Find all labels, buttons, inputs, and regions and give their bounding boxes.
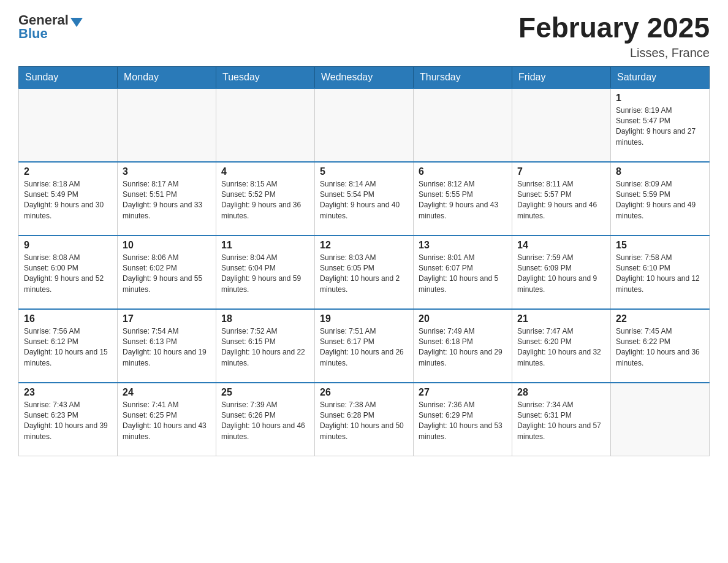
day-number: 9 — [24, 240, 112, 251]
month-title: February 2025 — [518, 12, 710, 44]
day-number: 25 — [221, 387, 309, 398]
day-info: Sunrise: 8:11 AM Sunset: 5:57 PM Dayligh… — [517, 179, 605, 222]
day-number: 27 — [419, 387, 507, 398]
calendar-cell: 1Sunrise: 8:19 AM Sunset: 5:47 PM Daylig… — [611, 88, 710, 162]
calendar-cell: 20Sunrise: 7:49 AM Sunset: 6:18 PM Dayli… — [414, 309, 512, 383]
calendar-cell: 21Sunrise: 7:47 AM Sunset: 6:20 PM Dayli… — [512, 309, 611, 383]
day-number: 2 — [24, 166, 112, 177]
calendar-cell — [19, 88, 118, 162]
day-number: 21 — [517, 313, 605, 324]
day-number: 1 — [616, 93, 704, 104]
calendar-cell: 9Sunrise: 8:08 AM Sunset: 6:00 PM Daylig… — [19, 236, 118, 309]
day-info: Sunrise: 7:59 AM Sunset: 6:09 PM Dayligh… — [517, 253, 605, 296]
day-number: 18 — [221, 313, 309, 324]
day-number: 10 — [123, 240, 211, 251]
calendar-cell — [118, 88, 216, 162]
day-info: Sunrise: 7:45 AM Sunset: 6:22 PM Dayligh… — [616, 326, 704, 369]
calendar-week-4: 16Sunrise: 7:56 AM Sunset: 6:12 PM Dayli… — [19, 309, 710, 383]
day-info: Sunrise: 8:09 AM Sunset: 5:59 PM Dayligh… — [616, 179, 704, 222]
calendar-cell: 4Sunrise: 8:15 AM Sunset: 5:52 PM Daylig… — [216, 162, 315, 236]
day-info: Sunrise: 7:51 AM Sunset: 6:17 PM Dayligh… — [320, 326, 408, 369]
day-info: Sunrise: 8:18 AM Sunset: 5:49 PM Dayligh… — [24, 179, 112, 222]
day-number: 26 — [320, 387, 408, 398]
day-number: 24 — [123, 387, 211, 398]
day-info: Sunrise: 7:39 AM Sunset: 6:26 PM Dayligh… — [221, 400, 309, 443]
day-info: Sunrise: 8:01 AM Sunset: 6:07 PM Dayligh… — [419, 253, 507, 296]
day-number: 11 — [221, 240, 309, 251]
day-number: 16 — [24, 313, 112, 324]
calendar-cell: 3Sunrise: 8:17 AM Sunset: 5:51 PM Daylig… — [118, 162, 216, 236]
day-info: Sunrise: 7:47 AM Sunset: 6:20 PM Dayligh… — [517, 326, 605, 369]
calendar-cell: 2Sunrise: 8:18 AM Sunset: 5:49 PM Daylig… — [19, 162, 118, 236]
calendar-cell: 10Sunrise: 8:06 AM Sunset: 6:02 PM Dayli… — [118, 236, 216, 309]
calendar-cell — [315, 88, 414, 162]
day-info: Sunrise: 7:54 AM Sunset: 6:13 PM Dayligh… — [123, 326, 211, 369]
calendar-cell: 23Sunrise: 7:43 AM Sunset: 6:23 PM Dayli… — [19, 383, 118, 456]
calendar-cell: 17Sunrise: 7:54 AM Sunset: 6:13 PM Dayli… — [118, 309, 216, 383]
day-info: Sunrise: 8:08 AM Sunset: 6:00 PM Dayligh… — [24, 253, 112, 296]
calendar-cell: 11Sunrise: 8:04 AM Sunset: 6:04 PM Dayli… — [216, 236, 315, 309]
calendar-cell: 12Sunrise: 8:03 AM Sunset: 6:05 PM Dayli… — [315, 236, 414, 309]
day-number: 19 — [320, 313, 408, 324]
day-info: Sunrise: 7:43 AM Sunset: 6:23 PM Dayligh… — [24, 400, 112, 443]
calendar-cell: 14Sunrise: 7:59 AM Sunset: 6:09 PM Dayli… — [512, 236, 611, 309]
day-info: Sunrise: 7:38 AM Sunset: 6:28 PM Dayligh… — [320, 400, 408, 443]
weekday-header-saturday: Saturday — [611, 66, 710, 88]
day-info: Sunrise: 7:56 AM Sunset: 6:12 PM Dayligh… — [24, 326, 112, 369]
weekday-header-friday: Friday — [512, 66, 611, 88]
title-section: February 2025 Lisses, France — [518, 12, 710, 60]
day-number: 17 — [123, 313, 211, 324]
weekday-header-thursday: Thursday — [414, 66, 512, 88]
calendar-cell: 26Sunrise: 7:38 AM Sunset: 6:28 PM Dayli… — [315, 383, 414, 456]
logo: General Blue — [18, 12, 83, 42]
calendar-cell — [414, 88, 512, 162]
calendar-cell: 13Sunrise: 8:01 AM Sunset: 6:07 PM Dayli… — [414, 236, 512, 309]
day-number: 15 — [616, 240, 704, 251]
day-info: Sunrise: 8:12 AM Sunset: 5:55 PM Dayligh… — [419, 179, 507, 222]
day-info: Sunrise: 8:04 AM Sunset: 6:04 PM Dayligh… — [221, 253, 309, 296]
calendar-week-3: 9Sunrise: 8:08 AM Sunset: 6:00 PM Daylig… — [19, 236, 710, 309]
calendar-week-1: 1Sunrise: 8:19 AM Sunset: 5:47 PM Daylig… — [19, 88, 710, 162]
day-info: Sunrise: 7:52 AM Sunset: 6:15 PM Dayligh… — [221, 326, 309, 369]
day-info: Sunrise: 8:15 AM Sunset: 5:52 PM Dayligh… — [221, 179, 309, 222]
calendar-cell: 19Sunrise: 7:51 AM Sunset: 6:17 PM Dayli… — [315, 309, 414, 383]
day-number: 28 — [517, 387, 605, 398]
day-info: Sunrise: 7:36 AM Sunset: 6:29 PM Dayligh… — [419, 400, 507, 443]
weekday-header-row: SundayMondayTuesdayWednesdayThursdayFrid… — [19, 66, 710, 88]
calendar-cell: 16Sunrise: 7:56 AM Sunset: 6:12 PM Dayli… — [19, 309, 118, 383]
calendar-table: SundayMondayTuesdayWednesdayThursdayFrid… — [18, 66, 710, 457]
day-info: Sunrise: 8:06 AM Sunset: 6:02 PM Dayligh… — [123, 253, 211, 296]
page-header: General Blue February 2025 Lisses, Franc… — [18, 12, 710, 60]
calendar-cell: 7Sunrise: 8:11 AM Sunset: 5:57 PM Daylig… — [512, 162, 611, 236]
calendar-cell: 6Sunrise: 8:12 AM Sunset: 5:55 PM Daylig… — [414, 162, 512, 236]
calendar-week-2: 2Sunrise: 8:18 AM Sunset: 5:49 PM Daylig… — [19, 162, 710, 236]
calendar-cell: 15Sunrise: 7:58 AM Sunset: 6:10 PM Dayli… — [611, 236, 710, 309]
weekday-header-monday: Monday — [118, 66, 216, 88]
day-info: Sunrise: 8:19 AM Sunset: 5:47 PM Dayligh… — [616, 105, 704, 148]
calendar-cell: 25Sunrise: 7:39 AM Sunset: 6:26 PM Dayli… — [216, 383, 315, 456]
day-number: 8 — [616, 166, 704, 177]
day-number: 20 — [419, 313, 507, 324]
weekday-header-tuesday: Tuesday — [216, 66, 315, 88]
day-number: 13 — [419, 240, 507, 251]
day-info: Sunrise: 7:34 AM Sunset: 6:31 PM Dayligh… — [517, 400, 605, 443]
calendar-cell: 28Sunrise: 7:34 AM Sunset: 6:31 PM Dayli… — [512, 383, 611, 456]
day-info: Sunrise: 7:49 AM Sunset: 6:18 PM Dayligh… — [419, 326, 507, 369]
day-info: Sunrise: 8:03 AM Sunset: 6:05 PM Dayligh… — [320, 253, 408, 296]
calendar-week-5: 23Sunrise: 7:43 AM Sunset: 6:23 PM Dayli… — [19, 383, 710, 456]
calendar-cell: 27Sunrise: 7:36 AM Sunset: 6:29 PM Dayli… — [414, 383, 512, 456]
calendar-cell: 22Sunrise: 7:45 AM Sunset: 6:22 PM Dayli… — [611, 309, 710, 383]
calendar-cell: 8Sunrise: 8:09 AM Sunset: 5:59 PM Daylig… — [611, 162, 710, 236]
day-number: 12 — [320, 240, 408, 251]
logo-blue-text: Blue — [18, 26, 83, 42]
location-text: Lisses, France — [518, 46, 710, 60]
day-number: 4 — [221, 166, 309, 177]
calendar-cell — [512, 88, 611, 162]
day-number: 23 — [24, 387, 112, 398]
calendar-cell — [216, 88, 315, 162]
day-number: 5 — [320, 166, 408, 177]
day-info: Sunrise: 7:58 AM Sunset: 6:10 PM Dayligh… — [616, 253, 704, 296]
day-number: 6 — [419, 166, 507, 177]
day-number: 22 — [616, 313, 704, 324]
calendar-cell: 5Sunrise: 8:14 AM Sunset: 5:54 PM Daylig… — [315, 162, 414, 236]
